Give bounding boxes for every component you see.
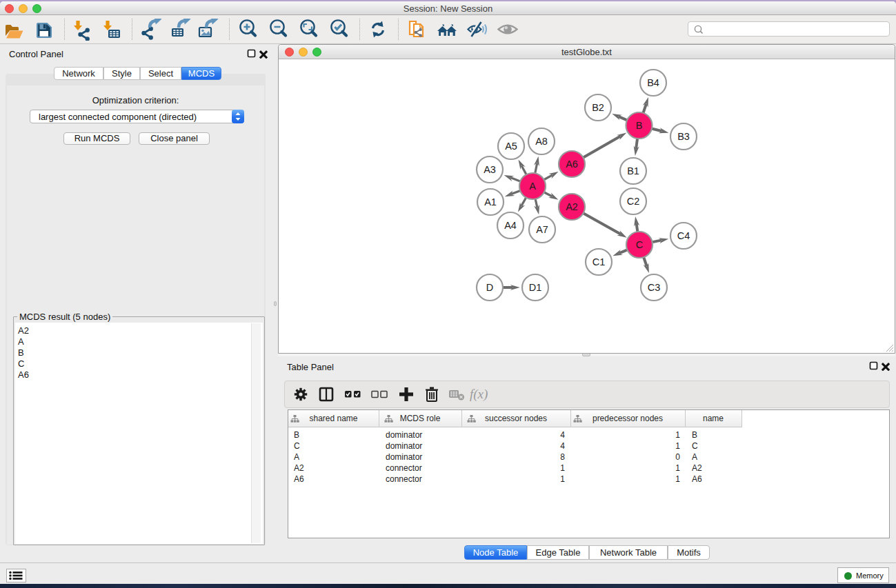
svg-text:A1: A1 xyxy=(484,196,497,207)
svg-text:C3: C3 xyxy=(648,282,661,293)
svg-text:A8: A8 xyxy=(535,136,548,147)
svg-text:C4: C4 xyxy=(677,230,690,241)
svg-text:A2: A2 xyxy=(566,201,578,212)
svg-text:B1: B1 xyxy=(627,165,639,176)
svg-text:A7: A7 xyxy=(536,224,548,235)
svg-text:A6: A6 xyxy=(566,159,578,170)
svg-text:A: A xyxy=(529,181,536,192)
svg-text:C: C xyxy=(636,239,643,250)
svg-text:f(x): f(x) xyxy=(470,387,488,402)
svg-text:D1: D1 xyxy=(529,282,542,293)
svg-text:B3: B3 xyxy=(677,131,690,142)
svg-text:A3: A3 xyxy=(484,164,496,175)
svg-text:C2: C2 xyxy=(627,196,640,207)
svg-text:B: B xyxy=(636,120,643,131)
svg-text:A5: A5 xyxy=(505,141,517,152)
svg-text:A4: A4 xyxy=(504,220,517,231)
svg-text:D: D xyxy=(486,282,493,293)
svg-text:B2: B2 xyxy=(592,102,604,113)
svg-text:C1: C1 xyxy=(593,256,606,267)
svg-text:B4: B4 xyxy=(647,77,659,88)
